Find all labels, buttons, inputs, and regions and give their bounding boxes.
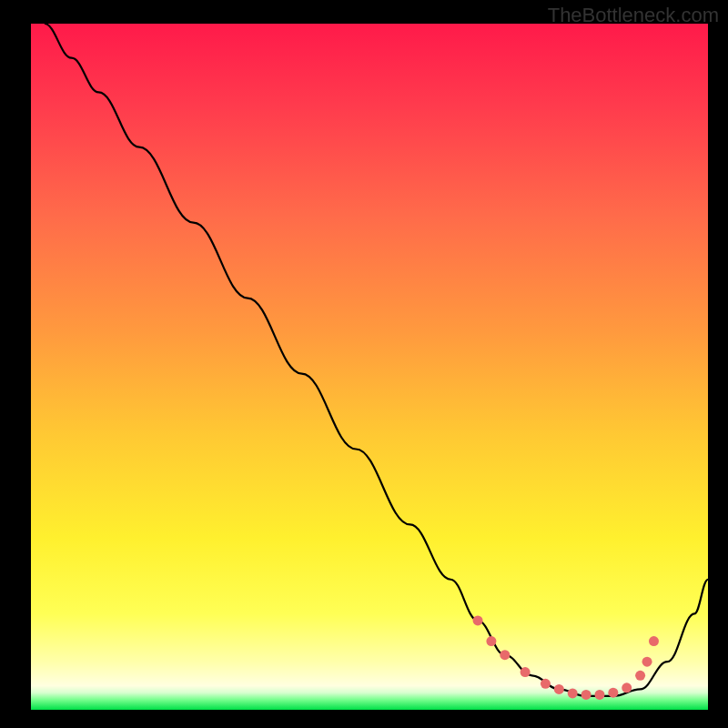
highlight-dot [554, 684, 564, 694]
chart-container: TheBottleneck.com [0, 0, 728, 728]
highlight-dot [568, 688, 578, 698]
highlight-dot [541, 679, 551, 689]
highlight-dot [500, 650, 510, 660]
highlight-dot [594, 690, 604, 700]
curve-layer [31, 24, 708, 710]
highlight-dot [622, 682, 632, 693]
highlight-dots-group [473, 615, 659, 699]
highlight-dot [635, 671, 645, 681]
highlight-dot [486, 636, 496, 646]
highlight-dot [521, 667, 531, 677]
highlight-dot [473, 615, 483, 625]
highlight-dot [642, 657, 652, 667]
plot-area [31, 24, 708, 710]
highlight-dot [608, 688, 618, 698]
highlight-dot [581, 690, 592, 700]
highlight-dot [649, 636, 659, 646]
bottleneck-curve [45, 24, 708, 696]
